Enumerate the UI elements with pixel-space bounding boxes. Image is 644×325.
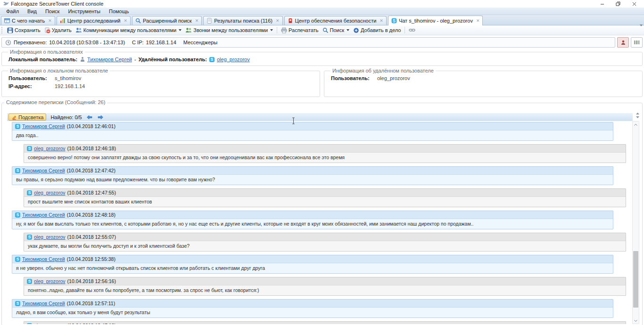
chat-author-link[interactable]: Тихомиров Сергей (22, 123, 65, 129)
tab-search-results[interactable]: Результаты поиска (116) ✕ (203, 16, 282, 25)
save-button[interactable]: Сохранить (5, 27, 42, 34)
chat-legend: Содержимое переписки (Сообщений: 26) (4, 99, 107, 105)
chat-timestamp: (10.04.2018 12:46:01) (67, 123, 116, 129)
dropdown-caret-icon (179, 29, 182, 31)
intercept-info-bar: Перехвачено: 10.04.2018 (10:53:08 - 13:4… (1, 37, 615, 48)
chat-author-link[interactable]: oleg_prozorov (34, 146, 66, 151)
chat-message[interactable]: Тихомиров Сергей (10.04.2018 12:55:38) я… (12, 255, 613, 274)
chat-author-link[interactable]: Тихомиров Сергей (22, 256, 65, 262)
chat-message-text: вы правы, я серьзно подумаю над вашим пр… (12, 175, 613, 185)
barcode-icon (634, 40, 640, 45)
tab-chat-active[interactable]: Чат s_tihomirov - oleg_prozorov ✕ (388, 16, 483, 25)
tab-getting-started[interactable]: С чего начать ✕ (1, 16, 55, 25)
chat-message[interactable]: oleg_prozorov (10.04.2018 12:46:18) сове… (24, 144, 626, 163)
chat-message-header: Тихомиров Сергей (10.04.2018 12:46:01) (12, 122, 613, 130)
skype-icon (27, 323, 32, 325)
user-label: Пользователь: (331, 75, 377, 81)
tab-investigation-center[interactable]: Центр расследований ✕ (57, 16, 131, 25)
delete-icon (44, 27, 50, 33)
next-match-button[interactable] (97, 115, 104, 120)
skype-icon (209, 57, 215, 62)
tab-label: Результаты поиска (116) (214, 18, 272, 24)
chat-message-text: ладно, я вам сообщю, как только у меня б… (12, 308, 613, 317)
users-calls-icon (185, 27, 192, 33)
toolbar-overflow-icon[interactable] (640, 27, 643, 31)
chat-message-text: укак думаете, вы могли бы получить досту… (24, 241, 626, 251)
chat-message-text: ну, я мог бы вам выслать только тех клие… (12, 219, 613, 229)
tab-close-icon[interactable]: ✕ (380, 19, 383, 23)
previous-match-button[interactable] (86, 115, 93, 120)
chat-timestamp: (10.04.2018 12:57:11) (67, 301, 116, 306)
highlight-button[interactable]: Подсветка (8, 114, 46, 121)
chat-message-text: два года.. (12, 130, 613, 140)
chat-author-link[interactable]: oleg_prozorov (34, 190, 66, 195)
print-button[interactable]: Распечатать (279, 27, 320, 34)
ip-value: 192.168.1.14 (146, 40, 176, 45)
chat-message[interactable]: Тихомиров Сергей (10.04.2018 12:57:11) л… (12, 299, 613, 318)
intercept-info-row: Перехвачено: 10.04.2018 (10:53:08 - 13:4… (1, 37, 643, 48)
user-value: s_tihomirov (55, 75, 81, 81)
chat-author-link[interactable]: oleg_prozorov (34, 323, 66, 324)
search-icon (322, 27, 329, 33)
intercepted-label: Перехвачено: (14, 40, 47, 45)
chat-message[interactable]: oleg_prozorov (10.04.2018 12:55:07) укак… (24, 233, 626, 252)
skype-icon (15, 301, 20, 306)
chat-message[interactable]: oleg_prozorov (10.04.2018 12:56:16) поня… (24, 277, 626, 296)
ip-label: IP-адрес: (8, 83, 55, 89)
chat-message-header: oleg_prozorov (10.04.2018 13:47:13) (24, 322, 626, 324)
person-view-toggle-button[interactable] (617, 37, 629, 48)
chat-message-text: прост вышлите мне список контактов ваших… (24, 197, 626, 207)
chat-message[interactable]: Тихомиров Сергей (10.04.2018 12:47:42) в… (12, 166, 613, 185)
users-separator: - (134, 57, 136, 62)
chat-message[interactable]: oleg_prozorov (10.04.2018 13:47:13) :) я… (24, 321, 626, 324)
minimize-button[interactable] (594, 0, 610, 7)
chat-timestamp: (10.04.2018 12:46:18) (67, 146, 116, 151)
link-icon (409, 27, 415, 33)
add-to-case-button[interactable]: Добавить в дело (351, 27, 403, 34)
chat-author-link[interactable]: Тихомиров Сергей (22, 168, 65, 173)
chat-author-link[interactable]: Тихомиров Сергей (22, 301, 65, 306)
remote-user-link[interactable]: oleg_prozorov (217, 57, 250, 62)
menu-tools[interactable]: Инструменты (64, 8, 105, 15)
link-button[interactable] (407, 27, 417, 33)
communications-button[interactable]: Коммуникации между пользователями (74, 27, 184, 34)
chat-message[interactable]: oleg_prozorov (10.04.2018 12:47:55) прос… (24, 188, 626, 207)
tab-close-icon[interactable]: ✕ (124, 19, 127, 23)
skype-icon (27, 279, 32, 284)
search-button[interactable]: Поиск (321, 27, 351, 34)
scrollbar-thumb[interactable] (633, 251, 638, 308)
menu-view[interactable]: Вид (23, 8, 41, 15)
chat-author-link[interactable]: oleg_prozorov (34, 234, 66, 240)
chat-scrollbar[interactable] (632, 121, 639, 324)
close-button[interactable] (626, 0, 642, 7)
scroll-up-icon[interactable] (633, 122, 639, 128)
menu-bar: Файл Вид Поиск Инструменты Помощь (0, 8, 644, 15)
tab-security-center[interactable]: Центр обеспечения безопасности ✕ (284, 16, 387, 25)
chat-message[interactable]: Тихомиров Сергей (10.04.2018 12:48:18) н… (12, 211, 613, 229)
arrow-left-icon (86, 115, 93, 120)
save-icon (7, 27, 13, 33)
tab-close-icon[interactable]: ✕ (195, 19, 199, 23)
chat-author-link[interactable]: oleg_prozorov (34, 278, 66, 284)
chat-message[interactable]: Тихомиров Сергей (10.04.2018 12:46:01) д… (12, 122, 613, 141)
tab-close-icon[interactable]: ✕ (476, 19, 480, 23)
menu-help[interactable]: Помощь (105, 8, 133, 15)
restore-button[interactable] (610, 0, 626, 7)
chat-message-list[interactable]: Тихомиров Сергей (10.04.2018 12:46:01) д… (7, 122, 630, 324)
tab-close-icon[interactable]: ✕ (276, 19, 280, 23)
calls-button[interactable]: Звонки между пользователями (183, 27, 275, 34)
chat-message-text: понятно..ладно, давайте вы хотя бы попро… (24, 285, 626, 295)
remote-user-info-section: Информация об удалённом пользователе Пол… (324, 68, 643, 97)
dropdown-caret-icon (270, 29, 273, 31)
menu-search[interactable]: Поиск (41, 8, 64, 15)
menu-file[interactable]: Файл (2, 8, 23, 15)
chat-author-link[interactable]: Тихомиров Сергей (22, 212, 65, 218)
scroll-down-icon[interactable] (633, 317, 639, 324)
tab-close-icon[interactable]: ✕ (48, 19, 52, 23)
tab-advanced-search[interactable]: Расширенный поиск ✕ (132, 16, 202, 25)
local-user-link[interactable]: Тихомиров Сергей (87, 57, 132, 62)
highlight-bar-grip-icon[interactable] (636, 113, 640, 119)
skype-chat-icon (391, 18, 397, 24)
delete-button[interactable]: Удалить (42, 27, 74, 34)
barcode-view-toggle-button[interactable] (631, 37, 643, 48)
